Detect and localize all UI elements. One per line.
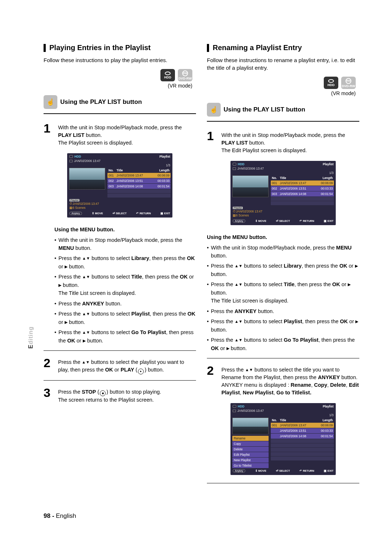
list-item: •Press the ANYKEY button. <box>207 307 359 315</box>
step-body: With the unit in Stop mode/Playback mode… <box>221 130 359 154</box>
left-mode-note: (VR mode) <box>44 83 192 89</box>
divider <box>207 121 359 122</box>
step-number: 3 <box>44 386 54 399</box>
thumb-icon <box>233 410 236 412</box>
hand-icon: ☝ <box>207 103 221 117</box>
right-intro: Follow these instructions to rename a pl… <box>207 56 359 72</box>
divider <box>44 350 196 351</box>
list-item: •Press the ▲▼ buttons to select Library,… <box>54 254 196 271</box>
right-mode-note: (VR mode) <box>207 90 356 96</box>
list-item: •Press the ANYKEY button. <box>54 300 196 308</box>
divider <box>207 483 359 483</box>
right-subheading-row: ☝ Using the PLAY LIST button <box>207 103 359 117</box>
playlist-osd-left: HDDPlaylist JAN/02/2006 13:47 1/3 No.Tit… <box>67 153 172 218</box>
step-number: 1 <box>207 130 218 142</box>
menu-item: Rename <box>232 436 269 441</box>
divider <box>207 358 359 358</box>
table-row: 003JAN/02/2006 14:0800:01:54 <box>271 191 334 196</box>
step-body: Press the ▲▼ buttons to select the playl… <box>58 357 196 374</box>
left-subheading: Using the PLAY LIST button <box>60 98 142 106</box>
list-item: •With the unit in Stop mode/Playback mod… <box>207 244 359 260</box>
anykey-icon: Anykey <box>233 219 245 223</box>
preview-thumb <box>232 418 269 434</box>
table-row: JAN/02/2006 13:5100:03:33 <box>271 428 334 433</box>
list-item: •Press the ▲▼ buttons to select Title, t… <box>54 273 196 297</box>
list-item: •Press the ▲▼ buttons to select Title, t… <box>207 280 359 305</box>
dvdrw-badge-icon: RWDVD-RW <box>341 77 356 89</box>
right-step-2: 2 Press the ▲▼ buttons to select the tit… <box>207 364 359 397</box>
preview-thumb <box>232 175 269 197</box>
anykey-icon: Anykey <box>69 212 82 215</box>
step-number: 2 <box>44 357 54 369</box>
left-column: Playing Entries in the Playlist Follow t… <box>44 44 196 489</box>
menu-item: Delete <box>232 447 269 452</box>
list-item: •Press the ▲▼ buttons to select Library,… <box>207 262 359 278</box>
step-number: 1 <box>44 122 54 134</box>
left-intro: Follow these instructions to play the pl… <box>44 56 196 64</box>
divider <box>44 380 196 381</box>
step-number: 2 <box>207 364 218 377</box>
side-tab: Editing <box>28 326 34 349</box>
hdd-badge-icon: HDD <box>160 69 175 81</box>
menu-item: Copy <box>232 441 269 446</box>
table-row: 001JAN/02/2006 13:4700:06:09 <box>271 423 334 428</box>
step-body: With the unit in Stop mode/Playback mode… <box>58 122 196 147</box>
thumb-icon <box>233 167 236 170</box>
menu-item: Go to Titlelist <box>232 463 269 468</box>
table-row: JAN/02/2006 14:0800:01:54 <box>271 434 334 439</box>
step-body: Press the STOP (■) button to stop playin… <box>58 386 196 404</box>
left-subheading-row: ☝ Using the PLAY LIST button <box>44 95 196 109</box>
right-column: Renaming a Playlist Entry Follow these i… <box>207 44 359 489</box>
drive-icon <box>69 155 73 158</box>
table-row: 002JAN/02/2006 13:5100:03:33 <box>271 186 334 191</box>
right-badges: HDD RWDVD-RW <box>207 77 356 89</box>
table-row: 001JAN/02/2006 13:4700:06:09 <box>271 180 334 186</box>
step-body: Press the ▲▼ buttons to select the title… <box>221 364 359 397</box>
menu-item: Edit Playlist <box>232 452 269 457</box>
list-item: •With the unit in Stop mode/Playback mod… <box>54 236 196 252</box>
page-footer: 98 - English <box>44 512 76 520</box>
list-item: •Press the ▲▼ buttons to select Playlist… <box>207 317 359 334</box>
divider <box>44 113 196 114</box>
left-step-3: 3 Press the STOP (■) button to stop play… <box>44 386 196 404</box>
menu-heading: Using the MENU button. <box>54 226 196 234</box>
hdd-badge-icon: HDD <box>324 77 338 89</box>
right-menu-section: Using the MENU button. •With the unit in… <box>207 233 359 352</box>
anykey-menu-osd: HDDPlaylist JAN/02/2006 13:47 1/3 Rename… <box>230 403 336 475</box>
anykey-icon: Anykey <box>233 469 245 472</box>
list-item: •Press the ▲▼ buttons to select Playlist… <box>54 310 196 326</box>
menu-item: New Playlist <box>232 458 269 463</box>
left-step-2: 2 Press the ▲▼ buttons to select the pla… <box>44 357 196 374</box>
drive-icon <box>233 405 236 408</box>
right-step-1: 1 With the unit in Stop mode/Playback mo… <box>207 130 359 154</box>
stop-icon: ■ <box>100 390 106 396</box>
hand-icon: ☝ <box>44 95 57 109</box>
heading-bar-icon <box>207 44 209 52</box>
menu-heading: Using the MENU button. <box>207 233 359 241</box>
list-item: •Press the ▲▼ buttons to select Go To Pl… <box>207 336 359 352</box>
left-menu-section: Using the MENU button. •With the unit in… <box>44 226 196 345</box>
left-badges: HDD RWDVD-RW <box>44 69 192 81</box>
playlist-osd-right: HDDPlaylist JAN/02/2006 13:47 1/3 No.Tit… <box>230 161 336 225</box>
heading-bar-icon <box>44 44 46 52</box>
preview-thumb <box>69 168 105 190</box>
table-row: 001JAN/02/2006 13:4700:06:09 <box>107 173 171 178</box>
left-step-1: 1 With the unit in Stop mode/Playback mo… <box>44 122 196 147</box>
right-heading-text: Renaming a Playlist Entry <box>213 44 302 52</box>
left-heading: Playing Entries in the Playlist <box>44 44 196 52</box>
list-item: •Press the ▲▼ buttons to select Go To Pl… <box>54 328 196 345</box>
anykey-menu: Rename Copy Delete Edit Playlist New Pla… <box>232 436 269 468</box>
dvdrw-badge-icon: RWDVD-RW <box>178 69 192 81</box>
left-heading-text: Playing Entries in the Playlist <box>49 44 151 52</box>
drive-icon <box>233 163 236 166</box>
play-icon: ▸ <box>138 369 144 374</box>
thumb-icon <box>69 160 73 162</box>
right-heading: Renaming a Playlist Entry <box>207 44 359 52</box>
table-row: 003JAN/02/2006 14:0800:01:54 <box>107 184 171 189</box>
table-row: 002JAN/02/2006 13:5100:03:33 <box>107 178 171 183</box>
right-subheading: Using the PLAY LIST button <box>224 106 305 113</box>
